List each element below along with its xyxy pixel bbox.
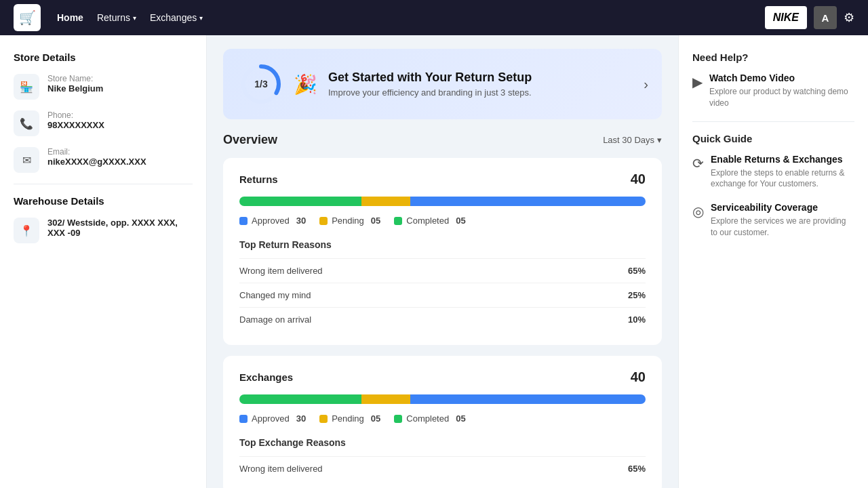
- store-section-title: Store Details: [14, 52, 193, 63]
- serviceability-item: ◎ Serviceability Coverage Explore the se…: [692, 202, 854, 239]
- settings-button[interactable]: ⚙: [844, 10, 854, 25]
- serviceability-desc: Explore the services we are providing to…: [711, 216, 854, 239]
- location-icon: 📍: [14, 218, 39, 243]
- progress-text: 1/3: [254, 79, 267, 89]
- exc-legend-approved-label: Approved: [252, 413, 290, 424]
- setup-banner: 1/3 🎉 Get Started with Your Return Setup…: [223, 49, 662, 119]
- play-icon: ▶: [692, 74, 703, 109]
- sidebar: Store Details 🏪 Store Name: Nike Belgium…: [0, 35, 207, 488]
- reason-row-1: Wrong item delivered 65%: [239, 258, 646, 283]
- header-right: NIKE A ⚙: [765, 6, 854, 29]
- phone-value: 98XXXXXXXX: [47, 120, 104, 130]
- phone-item: 📞 Phone: 98XXXXXXXX: [14, 110, 193, 136]
- returns-card-header: Returns 40: [239, 171, 646, 187]
- returns-bar-blue: [410, 197, 646, 206]
- reason-1-label: Wrong item delivered: [239, 266, 323, 276]
- reason-2-pct: 25%: [628, 290, 646, 300]
- returns-icon: ⟳: [692, 155, 704, 190]
- returns-bar-green: [239, 197, 361, 206]
- returns-card-title: Returns: [239, 174, 278, 185]
- setup-text: Get Started with Your Return Setup Impro…: [328, 70, 532, 98]
- quick-guide-title: Quick Guide: [692, 133, 854, 144]
- main-content: 1/3 🎉 Get Started with Your Return Setup…: [207, 35, 678, 488]
- watch-demo-item: ▶ Watch Demo Video Explore our product b…: [692, 73, 854, 109]
- setup-subtitle: Improve your efficiency and branding in …: [328, 87, 532, 98]
- reason-2-label: Changed my mind: [239, 290, 311, 300]
- legend-pending-dot: [319, 217, 328, 225]
- exchanges-card-total: 40: [631, 369, 646, 385]
- watch-demo-title[interactable]: Watch Demo Video: [709, 73, 854, 83]
- header: 🛒 Home Returns ▾ Exchanges ▾ NIKE A ⚙: [0, 0, 868, 35]
- date-filter[interactable]: Last 30 Days ▾: [603, 135, 662, 145]
- nav-home[interactable]: Home: [57, 9, 83, 26]
- legend-approved: Approved 30: [239, 216, 306, 226]
- date-filter-chevron: ▾: [657, 135, 662, 145]
- watch-demo-content: Watch Demo Video Explore our product by …: [709, 73, 854, 109]
- legend-completed: Completed 05: [394, 216, 465, 226]
- nav-exchanges-chevron: ▾: [199, 14, 203, 22]
- reason-1-pct: 65%: [628, 266, 646, 276]
- returns-bar-yellow: [361, 197, 410, 206]
- enable-returns-item: ⟳ Enable Returns & Exchanges Explore the…: [692, 154, 854, 190]
- nav-exchanges[interactable]: Exchanges ▾: [150, 9, 203, 26]
- exchanges-legend: Approved 30 Pending 05 Completed 05: [239, 413, 646, 424]
- panel-divider: [692, 121, 854, 122]
- warehouse-address-item: 📍 302/ Westside, opp. XXXX XXX, XXX -09: [14, 218, 193, 243]
- exc-legend-pending-count: 05: [371, 413, 380, 424]
- exchanges-bar-green: [239, 394, 361, 404]
- return-reasons-section: Top Return Reasons Wrong item delivered …: [239, 239, 646, 331]
- exc-legend-completed-count: 05: [456, 413, 465, 424]
- email-item: ✉ Email: nikeXXXX@gXXXX.XXX: [14, 147, 193, 173]
- overview-title: Overview: [223, 133, 277, 147]
- returns-card: Returns 40 Approved 30 Pending 05: [223, 158, 662, 345]
- email-icon: ✉: [14, 147, 39, 173]
- legend-completed-dot: [394, 217, 402, 225]
- exc-legend-completed: Completed 05: [394, 413, 465, 424]
- phone-icon: 📞: [14, 110, 39, 136]
- exc-legend-pending-dot: [319, 415, 328, 423]
- avatar-button[interactable]: A: [814, 6, 837, 29]
- enable-returns-title[interactable]: Enable Returns & Exchanges: [711, 154, 854, 165]
- legend-pending-count: 05: [371, 216, 380, 226]
- exchanges-card-title: Exchanges: [239, 371, 293, 383]
- exc-legend-approved-count: 30: [296, 413, 306, 424]
- setup-arrow[interactable]: ›: [644, 77, 648, 92]
- warehouse-section: Warehouse Details 📍 302/ Westside, opp. …: [14, 195, 193, 243]
- nike-logo-button[interactable]: NIKE: [765, 6, 807, 29]
- nav-returns[interactable]: Returns ▾: [97, 9, 136, 26]
- store-name-value: Nike Belgium: [47, 83, 103, 94]
- serviceability-title[interactable]: Serviceability Coverage: [711, 202, 854, 213]
- reason-row-3: Damage on arrival 10%: [239, 307, 646, 331]
- exchange-reasons-section: Top Exchange Reasons Wrong item delivere…: [239, 437, 646, 481]
- returns-legend: Approved 30 Pending 05 Completed 05: [239, 216, 646, 226]
- email-value: nikeXXXX@gXXXX.XXX: [47, 157, 146, 167]
- email-label: Email:: [47, 147, 146, 157]
- return-reasons-title: Top Return Reasons: [239, 239, 646, 250]
- returns-card-total: 40: [631, 171, 646, 187]
- warehouse-section-title: Warehouse Details: [14, 195, 193, 207]
- layout: Store Details 🏪 Store Name: Nike Belgium…: [0, 35, 868, 488]
- reason-row-2: Changed my mind 25%: [239, 283, 646, 307]
- exchanges-bar: [239, 394, 646, 404]
- exchange-reasons-title: Top Exchange Reasons: [239, 437, 646, 448]
- exc-legend-pending-label: Pending: [332, 413, 364, 424]
- exchanges-bar-yellow: [361, 394, 410, 404]
- exchanges-bar-blue: [410, 394, 646, 404]
- reason-3-pct: 10%: [628, 314, 646, 325]
- progress-ring: 1/3: [239, 62, 283, 106]
- legend-approved-dot: [239, 217, 248, 225]
- need-help-title: Need Help?: [692, 52, 854, 63]
- exc-reason-1-label: Wrong item delivered: [239, 464, 323, 474]
- overview-header: Overview Last 30 Days ▾: [223, 133, 662, 147]
- legend-pending: Pending 05: [319, 216, 380, 226]
- store-icon: 🏪: [14, 74, 39, 100]
- exc-legend-pending: Pending 05: [319, 413, 380, 424]
- exc-reason-1-pct: 65%: [628, 464, 646, 474]
- watch-demo-desc: Explore our product by watching demo vid…: [709, 86, 854, 109]
- brand-logo: 🛒: [14, 4, 41, 31]
- main-nav: Home Returns ▾ Exchanges ▾: [57, 9, 749, 26]
- exc-legend-approved: Approved 30: [239, 413, 306, 424]
- serviceability-content: Serviceability Coverage Explore the serv…: [711, 202, 854, 239]
- phone-label: Phone:: [47, 110, 104, 120]
- exc-legend-completed-dot: [394, 415, 402, 423]
